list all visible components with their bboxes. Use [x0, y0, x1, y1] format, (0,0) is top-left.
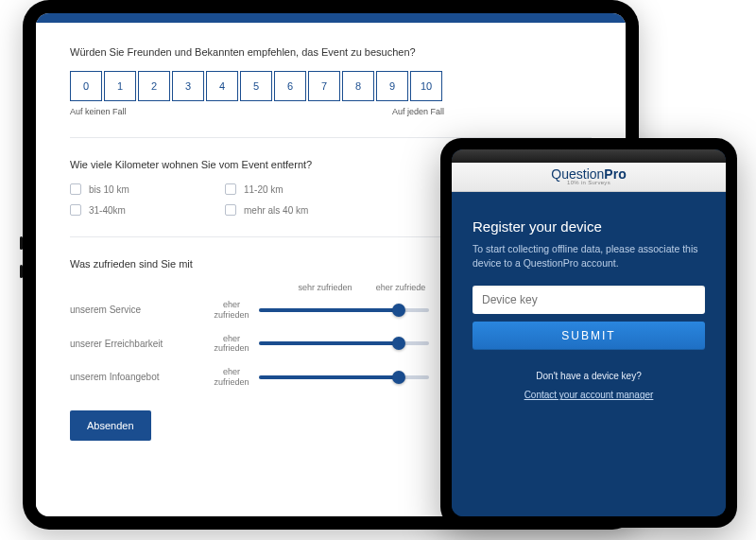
- brand-tagline: 10% in Surveys: [452, 180, 726, 185]
- nps-min-label: Auf keinen Fall: [70, 107, 127, 116]
- nps-option-9[interactable]: 9: [376, 71, 408, 101]
- device-statusbar: [452, 149, 726, 163]
- nps-option-5[interactable]: 5: [240, 71, 272, 101]
- checkbox-icon: [70, 204, 81, 216]
- contact-manager-link[interactable]: Contact your account manager: [524, 390, 654, 400]
- q1-title: Würden Sie Freunden und Bekannten empfeh…: [70, 46, 592, 58]
- q2-option-3[interactable]: mehr als 40 km: [225, 204, 376, 216]
- device-key-input[interactable]: [472, 286, 705, 314]
- nps-option-0[interactable]: 0: [70, 71, 102, 101]
- q3-col-1: sehr zufrieden: [287, 283, 363, 292]
- q3-col-blank: [70, 283, 212, 292]
- register-screen: QuestionPro 10% in Surveys Register your…: [452, 149, 726, 516]
- slider-caption: eher zufrieden: [212, 367, 251, 388]
- register-footer: Don't have a device key? Contact your ac…: [472, 371, 705, 402]
- register-submit-button[interactable]: SUBMIT: [472, 322, 705, 350]
- nps-max-label: Auf jeden Fall: [392, 107, 444, 116]
- q3-col-2: eher zufriede: [363, 283, 438, 292]
- survey-topbar: [36, 13, 626, 23]
- nps-option-7[interactable]: 7: [308, 71, 340, 101]
- survey-submit-button[interactable]: Absenden: [70, 410, 151, 441]
- nps-scale: 0 1 2 3 4 5 6 7 8 9 10: [70, 71, 592, 101]
- q3-row-label: unserer Erreichbarkeit: [70, 339, 212, 349]
- slider-thumb-icon[interactable]: [392, 304, 405, 317]
- checkbox-icon: [225, 183, 236, 195]
- register-heading: Register your device: [472, 218, 705, 235]
- register-description: To start collecting offline data, please…: [472, 242, 705, 270]
- q3-row-label: unserem Service: [70, 305, 212, 315]
- nps-option-8[interactable]: 8: [342, 71, 374, 101]
- register-body: Register your device To start collecting…: [452, 192, 726, 516]
- q2-option-label: mehr als 40 km: [244, 205, 308, 216]
- q2-option-1[interactable]: 11-20 km: [225, 183, 376, 195]
- slider-track[interactable]: [259, 375, 429, 379]
- slider-thumb-icon[interactable]: [392, 371, 405, 384]
- slider-track[interactable]: [259, 341, 429, 345]
- q2-option-label: bis 10 km: [89, 184, 129, 195]
- tablet-small: QuestionPro 10% in Surveys Register your…: [440, 138, 737, 528]
- nps-option-1[interactable]: 1: [104, 71, 136, 101]
- nps-option-4[interactable]: 4: [206, 71, 238, 101]
- q2-option-label: 31-40km: [89, 205, 126, 216]
- slider-track[interactable]: [259, 308, 429, 312]
- q2-option-0[interactable]: bis 10 km: [70, 183, 221, 195]
- q2-option-2[interactable]: 31-40km: [70, 204, 221, 216]
- help-text: Don't have a device key?: [472, 371, 705, 381]
- brand-header: QuestionPro 10% in Surveys: [452, 163, 726, 192]
- nps-option-2[interactable]: 2: [138, 71, 170, 101]
- checkbox-icon: [70, 183, 81, 195]
- nps-option-3[interactable]: 3: [172, 71, 204, 101]
- q3-row-label: unserem Infoangebot: [70, 372, 212, 382]
- slider-caption: eher zufrieden: [212, 300, 251, 321]
- q2-option-label: 11-20 km: [244, 184, 284, 195]
- slider-caption: eher zufrieden: [212, 334, 251, 355]
- checkbox-icon: [225, 204, 236, 216]
- slider-thumb-icon[interactable]: [392, 337, 405, 350]
- nps-anchor-labels: Auf keinen Fall Auf jeden Fall: [70, 107, 444, 116]
- nps-option-10[interactable]: 10: [410, 71, 442, 101]
- nps-option-6[interactable]: 6: [274, 71, 306, 101]
